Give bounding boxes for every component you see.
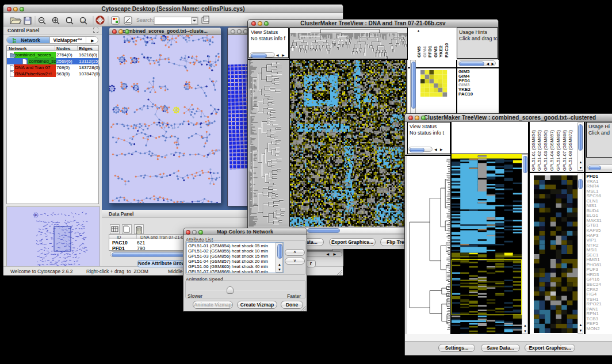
svg-text:Search:: Search: bbox=[136, 17, 154, 23]
svg-text:1:1: 1:1 bbox=[81, 20, 85, 22]
